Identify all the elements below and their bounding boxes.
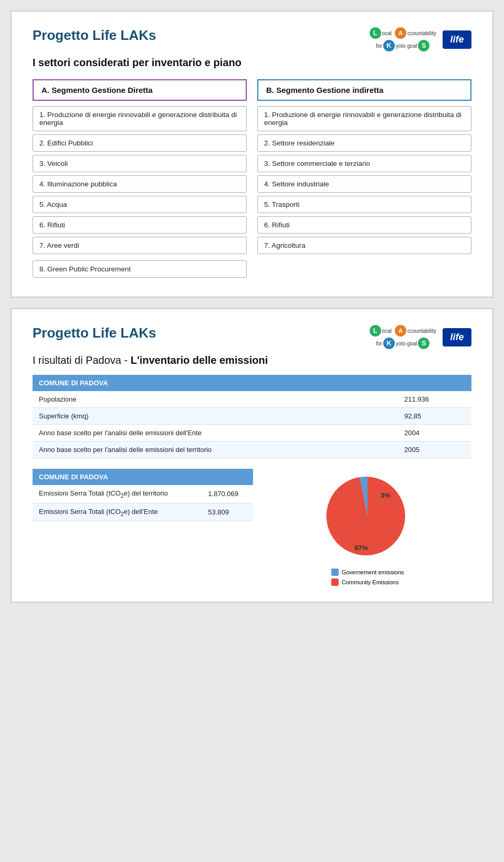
logo-ocal: ocal — [382, 30, 392, 37]
subtitle-plain: I risultati di Padova - — [33, 354, 131, 366]
row-label: Popolazione — [33, 391, 398, 408]
slide1-title: Progetto Life LAKs — [33, 27, 156, 44]
list-item: 7. Agricoltura — [257, 237, 471, 254]
government-color-swatch — [331, 569, 339, 576]
list-item: 6. Rifiuti — [33, 216, 247, 234]
list-item: 2. Edifici Pubblici — [33, 134, 247, 152]
list-item: 6. Rifiuti — [257, 216, 471, 234]
slide2-header: Progetto Life LAKs L ocal A ccountabilit… — [33, 325, 471, 349]
legend-community: Community Emissions — [331, 579, 404, 586]
community-pct-label-big: 97% — [354, 544, 368, 552]
row-value: 53.809 — [202, 503, 253, 521]
row-value: 2004 — [398, 425, 471, 441]
row-value: 92,85 — [398, 408, 471, 425]
community-pct-label: 3% — [381, 491, 391, 499]
logo-area-1: L ocal A ccountability for K yoto goal S… — [370, 27, 471, 51]
list-item: 1. Produzione di energie rinnovabili e g… — [257, 106, 471, 131]
list-item: 1. Produzione di energie rinnovabili e g… — [33, 106, 247, 131]
row-label: Anno base scelto per l'analisi delle emi… — [33, 441, 398, 458]
list-item: 5. Trasporti — [257, 196, 471, 213]
legend-community-label: Community Emissions — [342, 579, 399, 585]
column-b: B. Segmento Gestione indiretta 1. Produz… — [257, 79, 471, 257]
row-value: 211.936 — [398, 391, 471, 408]
eu-life-logo: life — [443, 30, 471, 49]
bottom-stats-table: COMUNE DI PADOVA Emissioni Serra Totali … — [33, 469, 253, 521]
slide1-subtitle: I settori considerati per inventario e p… — [33, 57, 471, 69]
table-row: Superficie (kmq) 92,85 — [33, 408, 471, 425]
logo-A: A — [395, 27, 406, 39]
logo-ocal2: ocal — [382, 328, 392, 334]
logo-A2: A — [395, 325, 406, 337]
logo-yoto: yoto goal — [396, 43, 417, 49]
bottom-table-container: COMUNE DI PADOVA Emissioni Serra Totali … — [33, 469, 253, 586]
bottom-section: COMUNE DI PADOVA Emissioni Serra Totali … — [33, 469, 471, 586]
slide-2: Progetto Life LAKs L ocal A ccountabilit… — [10, 308, 494, 603]
row-label: Anno base scelto per l'analisi delle emi… — [33, 425, 398, 441]
list-item: 3. Veicoli — [33, 155, 247, 172]
table-row: Popolazione 211.936 — [33, 391, 471, 408]
row-value: 1.870.069 — [202, 485, 253, 503]
logo-L2: L — [370, 325, 381, 337]
column-a-header: A. Segmento Gestione Diretta — [33, 79, 247, 101]
table-row: Anno base scelto per l'analisi delle emi… — [33, 425, 471, 441]
list-item: 2. Settore residenziale — [257, 134, 471, 152]
logo-ccountability2: ccountability — [407, 328, 436, 334]
eu-life-logo-2: life — [443, 328, 471, 346]
chart-legend: Governement emissions Community Emission… — [331, 569, 404, 586]
slide1-header: Progetto Life LAKs L ocal A ccountabilit… — [33, 27, 471, 51]
logo-for: for — [376, 43, 382, 49]
legend-government-label: Governement emissions — [342, 569, 404, 575]
logo-K2: K — [383, 338, 395, 349]
table-row: Emissioni Serra Totali (tCO2e) del terri… — [33, 485, 253, 503]
green-procurement-item: 8. Green Public Procurement — [33, 260, 247, 278]
subtitle-bold: L'inventario delle emissioni — [131, 354, 268, 366]
pie-chart-svg: 3% 97% — [310, 469, 425, 563]
legend-government: Governement emissions — [331, 569, 404, 576]
emissions-chart: 3% 97% Governement emissions Community E… — [264, 469, 471, 586]
logo-L: L — [370, 27, 381, 39]
logo-yoto2: yoto goal — [396, 340, 417, 347]
list-item: 4. Settore industriale — [257, 175, 471, 193]
two-columns: A. Segmento Gestione Diretta 1. Produzio… — [33, 79, 471, 257]
top-stats-table: COMUNE DI PADOVA Popolazione 211.936 Sup… — [33, 375, 471, 458]
logo-S2: S — [418, 338, 429, 349]
column-a: A. Segmento Gestione Diretta 1. Produzio… — [33, 79, 247, 257]
row-value: 2005 — [398, 441, 471, 458]
row-label: Emissioni Serra Totali (tCO2e) dell'Ente — [33, 503, 202, 521]
comune-header-2: COMUNE DI PADOVA — [33, 469, 253, 485]
logo-K: K — [383, 40, 395, 51]
logo-for2: for — [376, 340, 382, 347]
slide2-title: Progetto Life LAKs — [33, 325, 156, 341]
logo-area-2: L ocal A ccountability for K yoto goal S… — [370, 325, 471, 349]
slide-1: Progetto Life LAKs L ocal A ccountabilit… — [10, 10, 494, 298]
community-color-swatch — [331, 579, 339, 586]
table-row: Anno base scelto per l'analisi delle emi… — [33, 441, 471, 458]
slide2-subtitle: I risultati di Padova - L'inventario del… — [33, 354, 471, 366]
row-label: Superficie (kmq) — [33, 408, 398, 425]
table-row: Emissioni Serra Totali (tCO2e) dell'Ente… — [33, 503, 253, 521]
list-item: 3. Settore commerciale e terziario — [257, 155, 471, 172]
row-label: Emissioni Serra Totali (tCO2e) del terri… — [33, 485, 202, 503]
column-b-header: B. Segmento Gestione indiretta — [257, 79, 471, 101]
logo-ccountability: ccountability — [407, 30, 436, 37]
logo-S: S — [418, 40, 429, 51]
list-item: 4. Illuminazione pubblica — [33, 175, 247, 193]
list-item: 5. Acqua — [33, 196, 247, 213]
list-item: 7. Aree verdi — [33, 237, 247, 254]
comune-header-1: COMUNE DI PADOVA — [33, 375, 471, 391]
